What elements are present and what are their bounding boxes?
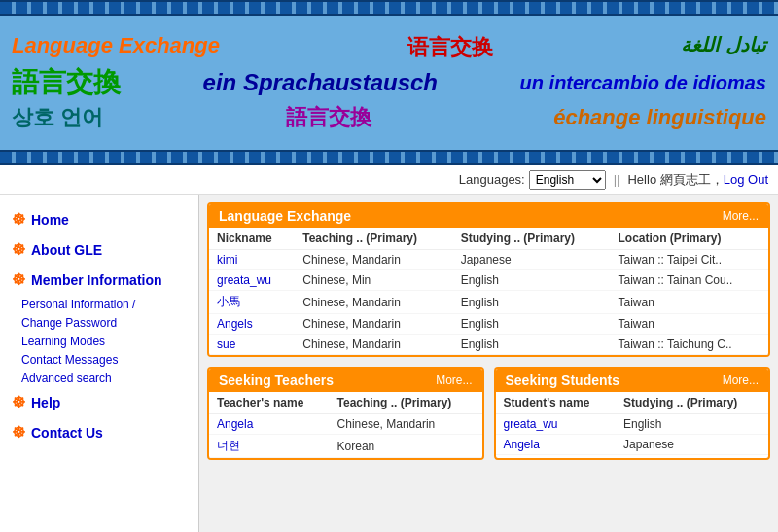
student-link[interactable]: Angela xyxy=(504,438,540,451)
cell-studying: English xyxy=(453,291,611,314)
contact-dot: ☸ xyxy=(12,423,25,442)
language-exchange-table: Nickname Teaching .. (Primary) Studying … xyxy=(209,228,768,355)
seeking-students-title: Seeking Students xyxy=(506,372,619,388)
member-dot: ☸ xyxy=(12,270,25,289)
table-header-row: Nickname Teaching .. (Primary) Studying … xyxy=(209,228,768,250)
col-location: Location (Primary) xyxy=(611,228,769,250)
nickname-link[interactable]: greata_wu xyxy=(217,273,271,287)
cell-nickname: Angels xyxy=(209,314,295,335)
cell-teaching: Chinese, Min xyxy=(295,270,452,291)
table-row: sue Chinese, Mandarin English Taiwan :: … xyxy=(209,335,768,355)
help-link[interactable]: Help xyxy=(31,395,60,410)
banner-text-hiragana: 語言交換 xyxy=(286,103,371,132)
logout-link[interactable]: Log Out xyxy=(724,172,768,187)
nickname-link[interactable]: kimi xyxy=(217,253,237,266)
cell-studying: Japanese xyxy=(453,250,611,270)
separator: || xyxy=(614,172,620,187)
table-row: Angela Chinese, Mandarin xyxy=(209,414,482,435)
cell-studying: English xyxy=(453,270,611,291)
content-area: Language Exchange More... Nickname Teach… xyxy=(199,195,778,532)
cell-teacher-teaching: Korean xyxy=(330,435,482,458)
cell-location: Taiwan xyxy=(611,314,769,335)
table-row: kimi Chinese, Mandarin Japanese Taiwan :… xyxy=(209,250,768,270)
cell-location: Taiwan :: Tainan Cou.. xyxy=(611,270,769,291)
cell-location: Taiwan :: Taipei Cit.. xyxy=(611,250,769,270)
banner-text-english: Language Exchange xyxy=(12,33,220,58)
seeking-students-section: Seeking Students More... Student's name … xyxy=(494,367,771,460)
member-link[interactable]: Member Information xyxy=(31,272,162,288)
home-dot: ☸ xyxy=(12,210,25,229)
col-teaching: Teaching .. (Primary) xyxy=(295,228,452,250)
top-decorative-border xyxy=(0,0,778,16)
cell-teaching: Chinese, Mandarin xyxy=(295,314,452,335)
nickname-link[interactable]: Angels xyxy=(217,317,253,331)
cell-teacher-name: 너현 xyxy=(209,435,330,458)
cell-nickname: 小馬 xyxy=(209,291,295,314)
cell-teaching: Chinese, Mandarin xyxy=(295,250,452,270)
sidebar-item-member[interactable]: ☸ Member Information xyxy=(0,265,198,295)
teachers-header-row: Teacher's name Teaching .. (Primary) xyxy=(209,392,482,414)
banner-text-chinese: 语言交换 xyxy=(407,33,493,62)
col-teacher-teaching: Teaching .. (Primary) xyxy=(330,392,482,414)
nickname-link[interactable]: sue xyxy=(217,337,235,351)
language-exchange-title: Language Exchange xyxy=(219,208,351,224)
sidebar-item-personal[interactable]: Personal Information / xyxy=(0,295,198,313)
students-header-row: Student's name Studying .. (Primary) xyxy=(496,392,769,414)
sidebar-item-about[interactable]: ☸ About GLE xyxy=(0,234,198,265)
contact-msg-link[interactable]: Contact Messages xyxy=(21,353,118,367)
cell-teacher-name: Angela xyxy=(209,414,330,435)
language-exchange-section: Language Exchange More... Nickname Teach… xyxy=(207,202,770,357)
bottom-banner-border xyxy=(0,150,778,165)
banner-text-spanish: un intercambio de idiomas xyxy=(520,72,766,94)
cell-location: Taiwan xyxy=(611,291,769,314)
sidebar-item-password[interactable]: Change Password xyxy=(0,313,198,332)
cell-nickname: kimi xyxy=(209,250,295,270)
sidebar-item-advanced[interactable]: Advanced search xyxy=(0,369,198,387)
home-link[interactable]: Home xyxy=(31,212,69,228)
cell-teaching: Chinese, Mandarin xyxy=(295,335,452,355)
top-bar: Languages: English Chinese Japanese Span… xyxy=(0,165,778,195)
table-row: greata_wu English xyxy=(496,414,769,435)
banner: Language Exchange 语言交换 تبادل اللغة 語言交換 … xyxy=(0,16,778,150)
banner-text-french: échange linguistique xyxy=(553,105,766,130)
sidebar-item-learning[interactable]: Learning Modes xyxy=(0,332,198,350)
cell-nickname: greata_wu xyxy=(209,270,295,291)
sidebar-item-home[interactable]: ☸ Home xyxy=(0,204,198,234)
sidebar-item-contact-msg[interactable]: Contact Messages xyxy=(0,350,198,369)
col-teacher-name: Teacher's name xyxy=(209,392,330,414)
banner-text-german: ein Sprachaustausch xyxy=(203,69,438,96)
contact-link[interactable]: Contact Us xyxy=(31,425,103,441)
seeking-teachers-title: Seeking Teachers xyxy=(219,372,334,388)
sidebar-item-help[interactable]: ☸ Help xyxy=(0,387,198,417)
advanced-link[interactable]: Advanced search xyxy=(21,372,112,385)
cell-student-studying: English xyxy=(616,414,768,435)
learning-link[interactable]: Learning Modes xyxy=(21,335,105,348)
teacher-link[interactable]: Angela xyxy=(217,417,253,431)
nickname-link[interactable]: 小馬 xyxy=(217,295,240,308)
seeking-students-header: Seeking Students More... xyxy=(496,369,769,392)
table-row: Angels Chinese, Mandarin English Taiwan xyxy=(209,314,768,335)
banner-text-arabic: تبادل اللغة xyxy=(681,33,766,56)
col-nickname: Nickname xyxy=(209,228,295,250)
sidebar: ☸ Home ☸ About GLE ☸ Member Information … xyxy=(0,195,199,532)
table-row: Angela Japanese xyxy=(496,435,769,455)
sidebar-item-contact[interactable]: ☸ Contact Us xyxy=(0,417,198,447)
seeking-students-more[interactable]: More... xyxy=(723,373,759,387)
student-link[interactable]: greata_wu xyxy=(504,417,558,431)
about-link[interactable]: About GLE xyxy=(31,242,102,258)
seeking-teachers-more[interactable]: More... xyxy=(436,373,472,387)
about-dot: ☸ xyxy=(12,240,25,259)
language-select[interactable]: English Chinese Japanese Spanish French … xyxy=(529,170,606,190)
banner-text-korean: 상호 언어 xyxy=(12,103,103,132)
language-exchange-header: Language Exchange More... xyxy=(209,204,768,228)
banner-text-japanese-trad: 語言交換 xyxy=(12,64,121,101)
seeking-teachers-header: Seeking Teachers More... xyxy=(209,369,482,392)
personal-link[interactable]: Personal Information / xyxy=(21,298,135,311)
seeking-teachers-table: Teacher's name Teaching .. (Primary) Ang… xyxy=(209,392,482,458)
seeking-teachers-section: Seeking Teachers More... Teacher's name … xyxy=(207,367,484,460)
cell-studying: English xyxy=(453,335,611,355)
password-link[interactable]: Change Password xyxy=(21,316,117,330)
language-exchange-more[interactable]: More... xyxy=(723,209,759,223)
teacher-link[interactable]: 너현 xyxy=(217,439,240,452)
cell-studying: English xyxy=(453,314,611,335)
